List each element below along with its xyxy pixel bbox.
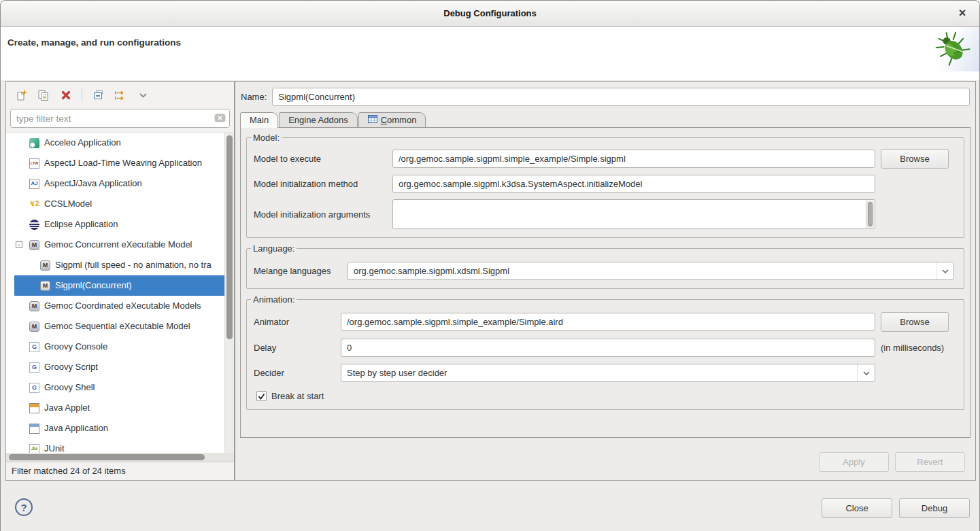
- tree-item[interactable]: JuJUnit: [14, 439, 224, 453]
- tab-content-main: Model: Model to execute Browse Model ini…: [240, 127, 970, 438]
- tab-main[interactable]: Main: [240, 112, 278, 128]
- tree-item-label: JUnit: [44, 439, 65, 453]
- tree-item[interactable]: GGroovy Console: [14, 337, 224, 357]
- init-method-input[interactable]: [392, 175, 875, 193]
- tree-item-label: CCSLModel: [44, 194, 92, 214]
- tree-item[interactable]: AJAspectJ/Java Application: [14, 173, 224, 194]
- form-footer: Apply Revert: [235, 452, 965, 472]
- tree-item-label: Sigpml(Concurrent): [55, 275, 132, 296]
- apply-button[interactable]: Apply: [819, 452, 889, 472]
- ccsl-icon: ↯2: [29, 199, 39, 209]
- tab-engine-addons[interactable]: Engine Addons: [279, 112, 357, 127]
- debug-button[interactable]: Debug: [899, 498, 970, 518]
- tree-viewport: Acceleo ApplicationLTWAspectJ Load-Time …: [6, 132, 234, 453]
- tree-item-label: Acceleo Application: [44, 133, 121, 153]
- textarea-scrollbar[interactable]: [866, 201, 874, 228]
- break-at-start-checkbox[interactable]: [256, 391, 267, 401]
- help-icon[interactable]: ?: [15, 498, 33, 516]
- tree-item[interactable]: MGemoc Sequential eXecutable Model: [14, 316, 224, 337]
- gemoc-icon: M: [29, 322, 39, 332]
- close-button[interactable]: Close: [822, 498, 892, 518]
- language-group-title: Language:: [251, 243, 297, 254]
- tab-common[interactable]: Common: [358, 112, 426, 127]
- configurations-panel: Acceleo ApplicationLTWAspectJ Load-Time …: [5, 81, 235, 481]
- delete-configuration-icon[interactable]: [59, 88, 73, 102]
- tree-item[interactable]: Eclipse Application: [14, 214, 224, 235]
- titlebar[interactable]: Debug Configurations ×: [1, 1, 979, 27]
- chevron-down-icon: [857, 364, 875, 381]
- tree-item[interactable]: MSigpml (full speed - no animation, no t…: [14, 255, 224, 275]
- tree-item-label: Gemoc Sequential eXecutable Model: [44, 316, 190, 337]
- tree-item[interactable]: ↯2CCSLModel: [14, 194, 224, 214]
- dialog-header: Create, manage, and run configurations: [1, 27, 979, 80]
- tree-horizontal-scrollbar[interactable]: [6, 453, 234, 462]
- tree-item-label: Sigpml (full speed - no animation, no tr…: [55, 255, 212, 275]
- break-at-start-label: Break at start: [271, 391, 324, 401]
- tree-item[interactable]: MSigpml(Concurrent): [14, 275, 224, 296]
- close-icon[interactable]: ×: [953, 5, 971, 22]
- decider-combo[interactable]: Step by step user decider: [341, 364, 875, 382]
- aspectj-java-icon: AJ: [29, 179, 39, 189]
- scrollbar-thumb[interactable]: [9, 454, 205, 460]
- tree-item-label: AspectJ/Java Application: [44, 173, 142, 194]
- tree-item[interactable]: LTWAspectJ Load-Time Weaving Application: [14, 153, 224, 173]
- tree-item[interactable]: JJava Applet: [14, 398, 224, 418]
- tree-item-label: Gemoc Concurrent eXecutable Model: [44, 235, 192, 255]
- dialog-content: Acceleo ApplicationLTWAspectJ Load-Time …: [1, 80, 979, 531]
- filter-input[interactable]: [10, 109, 230, 128]
- duplicate-configuration-icon[interactable]: [37, 88, 50, 102]
- new-configuration-icon[interactable]: [14, 88, 28, 102]
- tree-item-label: Java Applet: [44, 398, 90, 418]
- model-browse-button[interactable]: Browse: [881, 149, 949, 169]
- tree-item[interactable]: MGemoc Coordinated eXecutable Models: [14, 296, 224, 316]
- delay-label: Delay: [254, 343, 335, 353]
- aspectj-ltw-icon: LTW: [29, 158, 39, 169]
- tree-item-label: Java Application: [44, 418, 108, 439]
- tab-bar: Main Engine Addons Common: [240, 112, 975, 127]
- tree-item[interactable]: JJava Application: [14, 418, 224, 439]
- decider-label: Decider: [254, 368, 335, 378]
- animation-group-title: Animation:: [251, 294, 297, 305]
- dialog-subtitle: Create, manage, and run configurations: [7, 37, 181, 48]
- model-to-execute-label: Model to execute: [254, 154, 387, 164]
- break-at-start-row: Break at start: [256, 391, 957, 401]
- model-group-title: Model:: [251, 133, 282, 143]
- language-group: Language: Melange languages org.gemoc.sa…: [246, 248, 964, 289]
- animator-input[interactable]: [341, 313, 875, 331]
- filter-configurations-icon[interactable]: [114, 88, 127, 102]
- model-to-execute-input[interactable]: [392, 150, 875, 168]
- melange-languages-combo[interactable]: org.gemoc.sample.sigpml.xdsml.Sigpml: [348, 262, 954, 280]
- tree-item-label: Groovy Console: [44, 337, 107, 357]
- acceleo-icon: [29, 138, 39, 148]
- revert-button[interactable]: Revert: [895, 452, 965, 472]
- scrollbar-thumb[interactable]: [868, 202, 873, 226]
- delay-input[interactable]: [341, 339, 875, 357]
- bug-banner: [928, 27, 979, 71]
- name-row: Name:: [241, 88, 970, 106]
- name-input[interactable]: [272, 88, 970, 106]
- filter-row: [6, 109, 234, 132]
- dialog-button-bar: ? Close Debug: [1, 481, 979, 531]
- debug-configurations-dialog: Debug Configurations × Create, manage, a…: [0, 0, 980, 531]
- tree-item[interactable]: Acceleo Application: [14, 133, 224, 153]
- toolbar-menu-chevron-icon[interactable]: [136, 88, 150, 102]
- init-args-label: Model initialization arguments: [254, 209, 387, 220]
- chevron-down-icon: [936, 262, 953, 279]
- collapse-expander-icon[interactable]: −: [16, 241, 22, 248]
- groovy-icon: G: [29, 383, 39, 393]
- animator-browse-button[interactable]: Browse: [881, 312, 949, 332]
- tree-item[interactable]: GGroovy Script: [14, 357, 224, 377]
- tree-item[interactable]: GGroovy Shell: [14, 377, 224, 398]
- gemoc-icon: M: [29, 301, 39, 311]
- configurations-toolbar: [6, 82, 234, 109]
- gemoc-icon: M: [29, 240, 39, 250]
- scrollbar-thumb[interactable]: [226, 135, 233, 339]
- collapse-all-icon[interactable]: [91, 88, 105, 102]
- config-tree: Acceleo ApplicationLTWAspectJ Load-Time …: [6, 133, 224, 453]
- tree-vertical-scrollbar[interactable]: [224, 133, 234, 453]
- window-title: Debug Configurations: [1, 1, 979, 27]
- init-args-textarea[interactable]: [392, 199, 875, 229]
- clear-filter-icon[interactable]: [214, 114, 226, 124]
- tree-item[interactable]: −MGemoc Concurrent eXecutable Model: [14, 235, 224, 255]
- tree-item-label: AspectJ Load-Time Weaving Application: [44, 153, 202, 173]
